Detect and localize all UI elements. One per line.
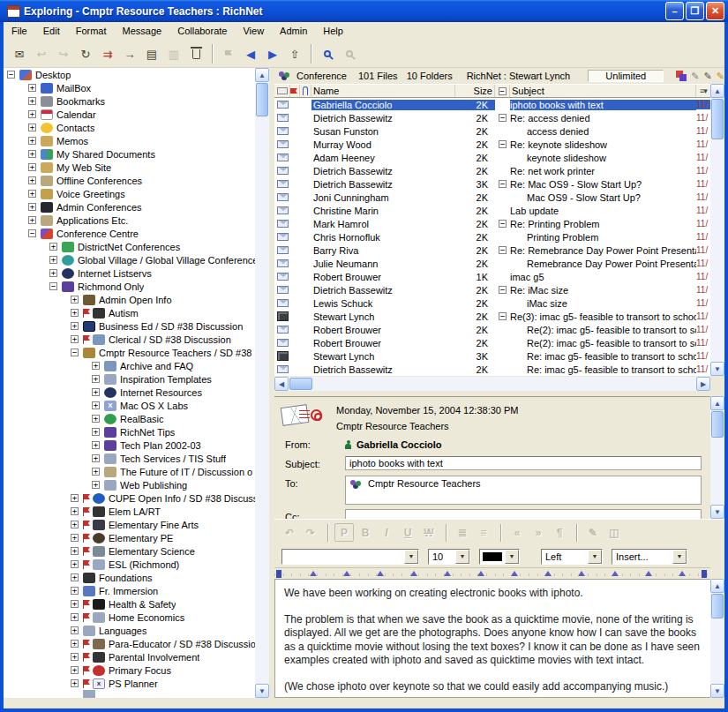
tree-item-cupe-open-info-sd-38-discussion[interactable]: +CUPE Open Info / SD #38 Discussion: [4, 491, 255, 505]
tree-item-my-web-site[interactable]: +My Web Site: [4, 161, 255, 174]
expand-toggle[interactable]: +: [71, 560, 79, 568]
preview-scrollbar[interactable]: ▲ ▼: [710, 396, 724, 519]
tree-item-desktop[interactable]: −Desktop: [4, 68, 255, 81]
list-h-scroll-thumb[interactable]: [289, 378, 312, 390]
body-scroll-thumb[interactable]: [711, 594, 724, 618]
column-header-message-icon[interactable]: [274, 85, 290, 97]
outdent-button[interactable]: «: [507, 523, 527, 542]
column-header-date[interactable]: ≡▾: [696, 85, 710, 97]
tree-item-global-village-global-village-conference[interactable]: +Global Village / Global Village Confere…: [4, 253, 255, 266]
expand-toggle[interactable]: +: [28, 150, 36, 158]
tree-item-elementary-pe[interactable]: +Elementary PE: [4, 531, 255, 544]
reply-all-button[interactable]: ↪: [53, 44, 74, 64]
font-dropdown[interactable]: ▼: [281, 549, 419, 565]
font-size-dropdown[interactable]: 10 ▼: [428, 549, 470, 565]
insert-dropdown[interactable]: Insert... ▼: [612, 549, 687, 565]
tree-scrollbar[interactable]: ▲ ▼: [255, 68, 269, 698]
table-row[interactable]: Stewart Lynch3KRe: imac g5- feasible to …: [274, 349, 710, 363]
table-row[interactable]: Robert Brouwer2KRe(2): imac g5- feasible…: [274, 323, 710, 336]
tree-item-languages[interactable]: +Languages: [4, 624, 255, 637]
table-row[interactable]: Robert Brouwer2KRe(2): imac g5- feasible…: [274, 336, 710, 349]
search-button[interactable]: [317, 44, 338, 64]
tree-scroll-down-icon[interactable]: ▼: [255, 684, 269, 698]
table-row[interactable]: Dietrich Bassewitz2K−Re: access denied11…: [274, 111, 710, 124]
tree-item-realbasic[interactable]: +RealBasic: [4, 412, 255, 425]
menu-help[interactable]: Help: [315, 22, 351, 41]
signature-pen-icon[interactable]: ✎: [717, 71, 724, 82]
menu-message[interactable]: Message: [115, 22, 170, 41]
cc-field[interactable]: [345, 509, 702, 519]
list-h-scrollbar[interactable]: ◀ ▶: [274, 377, 710, 391]
print-button[interactable]: ▥: [163, 44, 184, 64]
chevron-down-icon[interactable]: ▼: [672, 550, 687, 564]
previous-item-button[interactable]: ◀: [240, 44, 261, 64]
stamp-button[interactable]: ◫: [604, 523, 624, 542]
table-row[interactable]: Dietrich Bassewitz3K−Re: Mac OS9 - Slow …: [274, 177, 710, 191]
expand-toggle[interactable]: +: [71, 573, 79, 581]
tree-item-applications-etc[interactable]: +Applications Etc.: [4, 214, 255, 227]
tree-item-internet-resources[interactable]: +Internet Resources: [4, 386, 255, 399]
forward-button[interactable]: ⇉: [97, 44, 118, 64]
tree-item-archive-and-faq[interactable]: +Archive and FAQ: [4, 359, 255, 372]
expand-toggle[interactable]: +: [71, 534, 79, 542]
chevron-down-icon[interactable]: ▼: [588, 550, 602, 564]
thread-collapse-icon[interactable]: −: [499, 140, 507, 148]
expand-toggle[interactable]: +: [92, 454, 100, 462]
redirect-button[interactable]: →: [119, 44, 140, 64]
collapse-toggle[interactable]: −: [49, 282, 57, 290]
table-row[interactable]: Christine Marin2KLab update11/: [274, 204, 710, 217]
tree-item-mailbox[interactable]: +MailBox: [4, 81, 255, 94]
tree-item-districtnet-conferences[interactable]: +DistrictNet Conferences: [4, 240, 255, 253]
tree-item-contacts[interactable]: +Contacts: [4, 121, 255, 134]
thread-cell[interactable]: −: [495, 312, 510, 320]
menu-view[interactable]: View: [235, 22, 272, 41]
tab-stop-marker[interactable]: [310, 571, 317, 576]
expand-toggle[interactable]: +: [92, 415, 100, 423]
tree-item-calendar[interactable]: +Calendar: [4, 108, 255, 121]
table-row[interactable]: Dietrich Bassewitz2KRe: imac g5- feasibl…: [274, 363, 710, 376]
chevron-down-icon[interactable]: ▼: [404, 550, 418, 564]
tab-stop-marker[interactable]: [477, 571, 484, 576]
expand-toggle[interactable]: +: [71, 626, 79, 634]
tree-scroll-thumb[interactable]: [256, 83, 268, 116]
tree-item-business-ed-sd-38-discussion[interactable]: +Business Ed / SD #38 Discussion: [4, 319, 255, 333]
edit-pencil-icon[interactable]: ✎: [691, 71, 699, 82]
from-name[interactable]: Gabriella Cocciolo: [356, 439, 442, 450]
tree-item-parental-involvement[interactable]: +Parental Involvement: [4, 650, 255, 663]
message-body[interactable]: We have been working on creating electro…: [274, 579, 710, 698]
tab-stop-marker[interactable]: [645, 571, 652, 576]
thread-cell[interactable]: −: [495, 180, 510, 188]
thread-collapse-icon[interactable]: −: [499, 286, 507, 294]
menu-edit[interactable]: Edit: [35, 22, 68, 41]
table-row[interactable]: Joni Cunningham2KMac OS9 - Slow Start Up…: [274, 191, 710, 204]
tree-item-elem-la-rt[interactable]: +Elem LA/RT: [4, 505, 255, 518]
flag-button[interactable]: [218, 44, 239, 64]
body-scroll-down-icon[interactable]: ▼: [710, 684, 724, 698]
column-header-flag[interactable]: [290, 85, 300, 97]
tree-item-admin-conferences[interactable]: +Admin Conferences: [4, 200, 255, 214]
tree-item-elementary-science[interactable]: +Elementary Science: [4, 544, 255, 558]
expand-toggle[interactable]: +: [92, 388, 100, 396]
permissions-icon[interactable]: [676, 71, 687, 81]
expand-toggle[interactable]: +: [71, 335, 79, 343]
tree-item-fr-immersion[interactable]: +Fr. Immersion: [4, 584, 255, 597]
tree-item-autism[interactable]: +Autism: [4, 306, 255, 319]
table-row[interactable]: Barry Riva2K−Re: Remebrance Day Power Po…: [274, 244, 710, 257]
tree-item-mac-os-x-labs[interactable]: +XMac OS X Labs: [4, 399, 255, 412]
column-header-size[interactable]: Size: [455, 85, 495, 97]
expand-toggle[interactable]: +: [28, 176, 36, 184]
expand-toggle[interactable]: +: [49, 256, 57, 264]
expand-toggle[interactable]: +: [92, 375, 100, 383]
menu-collaborate[interactable]: Collaborate: [169, 22, 235, 41]
font-color-dropdown[interactable]: ▼: [479, 549, 520, 565]
thread-collapse-icon[interactable]: −: [499, 114, 507, 122]
tree-item-internet-listservs[interactable]: +Internet Listservs: [4, 266, 255, 280]
table-row[interactable]: Mark Hamrol2K−Re: Printing Problem11/: [274, 217, 710, 230]
thread-collapse-icon[interactable]: −: [499, 180, 507, 188]
chevron-down-icon[interactable]: ▼: [505, 550, 519, 564]
table-row[interactable]: Gabriella Cocciolo2Kiphoto books with te…: [274, 98, 710, 111]
tree-item-para-educator-sd-38-discussion[interactable]: +Para-Educator / SD #38 Discussion: [4, 637, 255, 650]
redo-button[interactable]: ↷: [301, 523, 320, 542]
chevron-down-icon[interactable]: ▼: [455, 550, 469, 564]
expand-toggle[interactable]: +: [92, 441, 100, 449]
